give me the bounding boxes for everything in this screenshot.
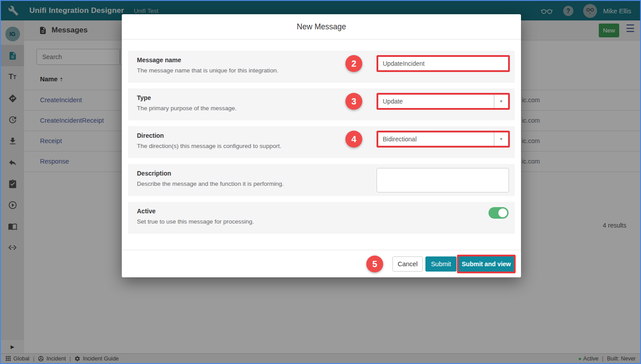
field-description: The direction(s) this message is configu…: [137, 143, 281, 149]
message-name-input[interactable]: [378, 57, 508, 70]
cancel-button[interactable]: Cancel: [393, 256, 423, 272]
field-direction: Direction The direction(s) this message …: [128, 126, 515, 158]
field-label: Description: [137, 170, 171, 177]
field-type: Type The primary purpose of the message.…: [128, 88, 515, 120]
direction-select[interactable]: Bidirectional ▼: [377, 131, 510, 148]
modal-title: New Message: [122, 14, 521, 40]
app-window: Unifi Integration Designer Unifi Test ? …: [0, 0, 641, 364]
field-label: Direction: [137, 132, 164, 139]
type-select[interactable]: Update ▼: [377, 93, 510, 110]
field-message-name: Message name The message name that is un…: [128, 51, 515, 83]
type-select-value: Update: [378, 95, 494, 108]
modal-footer: 5 Cancel Submit Submit and view: [122, 250, 521, 277]
direction-select-value: Bidirectional: [378, 132, 494, 146]
submit-button[interactable]: Submit: [425, 256, 457, 272]
annotation-badge-5: 5: [366, 256, 383, 272]
annotation-badge-4: 4: [345, 131, 362, 148]
chevron-down-icon[interactable]: ▼: [494, 132, 508, 146]
annotation-badge-3: 3: [345, 93, 362, 110]
message-name-input-highlight: [377, 55, 510, 72]
field-active: Active Set true to use this message for …: [128, 202, 515, 234]
field-description: Set true to use this message for process…: [137, 218, 254, 225]
field-label: Active: [137, 208, 156, 215]
field-description-row: Description Describe the message and the…: [128, 164, 515, 196]
field-description: The message name that is unique for this…: [137, 67, 278, 74]
chevron-down-icon[interactable]: ▼: [494, 95, 508, 108]
submit-and-view-highlight: Submit and view: [457, 255, 516, 273]
description-textarea[interactable]: [377, 168, 509, 192]
annotation-badge-2: 2: [345, 55, 362, 72]
field-label: Message name: [137, 56, 181, 64]
field-description: Describe the message and the function it…: [137, 180, 284, 187]
field-description: The primary purpose of the message.: [137, 105, 236, 112]
active-toggle[interactable]: [489, 207, 509, 219]
field-label: Type: [137, 94, 151, 101]
new-message-modal: New Message Message name The message nam…: [122, 14, 521, 277]
submit-and-view-button[interactable]: Submit and view: [459, 256, 514, 272]
toggle-knob: [498, 208, 507, 217]
